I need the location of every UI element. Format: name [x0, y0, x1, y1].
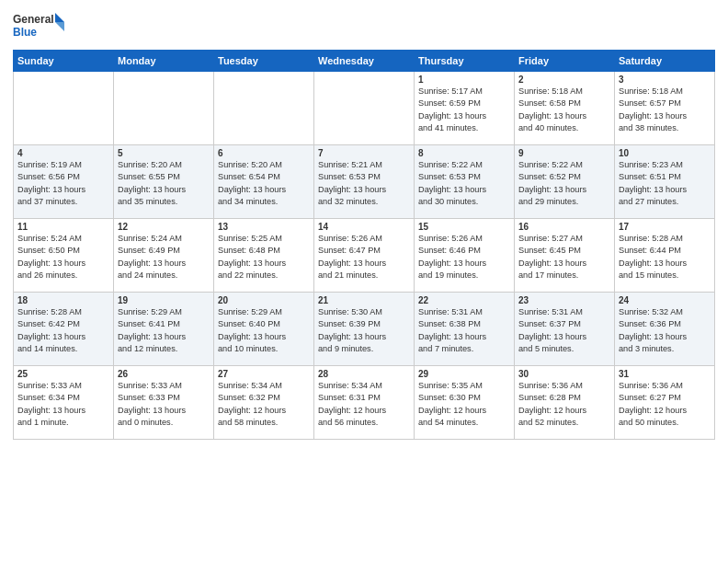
day-info: Sunrise: 5:21 AM Sunset: 6:53 PM Dayligh… [318, 159, 410, 208]
day-cell: 18Sunrise: 5:28 AM Sunset: 6:42 PM Dayli… [14, 293, 114, 366]
calendar-header-row: SundayMondayTuesdayWednesdayThursdayFrid… [14, 51, 715, 72]
day-cell: 16Sunrise: 5:27 AM Sunset: 6:45 PM Dayli… [515, 219, 615, 293]
day-number: 29 [418, 369, 510, 379]
page-container: General Blue SundayMondayTuesdayWednesda… [0, 0, 728, 563]
day-cell: 13Sunrise: 5:25 AM Sunset: 6:48 PM Dayli… [214, 219, 314, 293]
day-number: 25 [17, 369, 109, 379]
col-header-saturday: Saturday [615, 51, 715, 72]
day-cell: 27Sunrise: 5:34 AM Sunset: 6:32 PM Dayli… [214, 366, 314, 440]
day-number: 15 [418, 222, 510, 232]
day-cell: 9Sunrise: 5:22 AM Sunset: 6:52 PM Daylig… [515, 145, 615, 219]
day-cell: 7Sunrise: 5:21 AM Sunset: 6:53 PM Daylig… [314, 145, 415, 219]
day-number: 27 [218, 369, 310, 379]
logo: General Blue [13, 9, 68, 44]
week-row-2: 4Sunrise: 5:19 AM Sunset: 6:56 PM Daylig… [14, 145, 715, 219]
day-info: Sunrise: 5:26 AM Sunset: 6:46 PM Dayligh… [418, 233, 510, 282]
day-info: Sunrise: 5:33 AM Sunset: 6:34 PM Dayligh… [17, 380, 109, 429]
day-info: Sunrise: 5:24 AM Sunset: 6:50 PM Dayligh… [17, 233, 109, 282]
day-cell: 30Sunrise: 5:36 AM Sunset: 6:28 PM Dayli… [515, 366, 615, 440]
day-number: 5 [118, 148, 210, 158]
day-info: Sunrise: 5:22 AM Sunset: 6:52 PM Dayligh… [518, 159, 610, 208]
day-cell: 12Sunrise: 5:24 AM Sunset: 6:49 PM Dayli… [114, 219, 214, 293]
day-cell: 3Sunrise: 5:18 AM Sunset: 6:57 PM Daylig… [615, 72, 715, 145]
day-number: 4 [17, 148, 109, 158]
day-cell: 29Sunrise: 5:35 AM Sunset: 6:30 PM Dayli… [415, 366, 515, 440]
day-number: 23 [518, 295, 610, 305]
day-number: 8 [418, 148, 510, 158]
day-info: Sunrise: 5:23 AM Sunset: 6:51 PM Dayligh… [619, 159, 711, 208]
svg-marker-3 [55, 22, 64, 31]
day-info: Sunrise: 5:24 AM Sunset: 6:49 PM Dayligh… [118, 233, 210, 282]
day-number: 14 [318, 222, 410, 232]
day-info: Sunrise: 5:18 AM Sunset: 6:58 PM Dayligh… [518, 86, 610, 134]
day-info: Sunrise: 5:20 AM Sunset: 6:54 PM Dayligh… [218, 159, 310, 208]
day-cell: 22Sunrise: 5:31 AM Sunset: 6:38 PM Dayli… [415, 293, 515, 366]
day-cell: 26Sunrise: 5:33 AM Sunset: 6:33 PM Dayli… [114, 366, 214, 440]
day-info: Sunrise: 5:36 AM Sunset: 6:28 PM Dayligh… [518, 380, 610, 429]
svg-marker-2 [55, 13, 64, 22]
day-number: 13 [218, 222, 310, 232]
day-cell: 17Sunrise: 5:28 AM Sunset: 6:44 PM Dayli… [615, 219, 715, 293]
day-number: 20 [218, 295, 310, 305]
day-number: 22 [418, 295, 510, 305]
day-cell: 23Sunrise: 5:31 AM Sunset: 6:37 PM Dayli… [515, 293, 615, 366]
day-number: 17 [619, 222, 711, 232]
day-info: Sunrise: 5:34 AM Sunset: 6:31 PM Dayligh… [318, 380, 410, 429]
day-cell: 6Sunrise: 5:20 AM Sunset: 6:54 PM Daylig… [214, 145, 314, 219]
day-info: Sunrise: 5:36 AM Sunset: 6:27 PM Dayligh… [619, 380, 711, 429]
logo-graphic: General Blue [13, 9, 68, 44]
day-cell [114, 72, 214, 145]
svg-text:General: General [13, 13, 54, 26]
day-number: 30 [518, 369, 610, 379]
day-info: Sunrise: 5:29 AM Sunset: 6:41 PM Dayligh… [118, 306, 210, 355]
day-number: 11 [17, 222, 109, 232]
day-cell: 20Sunrise: 5:29 AM Sunset: 6:40 PM Dayli… [214, 293, 314, 366]
day-number: 1 [418, 75, 510, 85]
day-cell: 31Sunrise: 5:36 AM Sunset: 6:27 PM Dayli… [615, 366, 715, 440]
day-info: Sunrise: 5:20 AM Sunset: 6:55 PM Dayligh… [118, 159, 210, 208]
col-header-monday: Monday [114, 51, 214, 72]
day-number: 3 [619, 75, 711, 85]
day-info: Sunrise: 5:19 AM Sunset: 6:56 PM Dayligh… [17, 159, 109, 208]
page-header: General Blue [13, 9, 715, 44]
day-cell: 21Sunrise: 5:30 AM Sunset: 6:39 PM Dayli… [314, 293, 415, 366]
day-info: Sunrise: 5:27 AM Sunset: 6:45 PM Dayligh… [518, 233, 610, 282]
week-row-1: 1Sunrise: 5:17 AM Sunset: 6:59 PM Daylig… [14, 72, 715, 145]
day-cell: 15Sunrise: 5:26 AM Sunset: 6:46 PM Dayli… [415, 219, 515, 293]
col-header-tuesday: Tuesday [214, 51, 314, 72]
day-cell: 2Sunrise: 5:18 AM Sunset: 6:58 PM Daylig… [515, 72, 615, 145]
day-number: 7 [318, 148, 410, 158]
day-number: 12 [118, 222, 210, 232]
day-cell [214, 72, 314, 145]
day-cell [14, 72, 114, 145]
day-cell: 24Sunrise: 5:32 AM Sunset: 6:36 PM Dayli… [615, 293, 715, 366]
day-number: 26 [118, 369, 210, 379]
day-info: Sunrise: 5:34 AM Sunset: 6:32 PM Dayligh… [218, 380, 310, 429]
day-number: 2 [518, 75, 610, 85]
day-cell: 25Sunrise: 5:33 AM Sunset: 6:34 PM Dayli… [14, 366, 114, 440]
day-info: Sunrise: 5:28 AM Sunset: 6:42 PM Dayligh… [17, 306, 109, 355]
week-row-5: 25Sunrise: 5:33 AM Sunset: 6:34 PM Dayli… [14, 366, 715, 440]
day-number: 9 [518, 148, 610, 158]
day-info: Sunrise: 5:35 AM Sunset: 6:30 PM Dayligh… [418, 380, 510, 429]
day-number: 10 [619, 148, 711, 158]
day-cell: 1Sunrise: 5:17 AM Sunset: 6:59 PM Daylig… [415, 72, 515, 145]
col-header-thursday: Thursday [415, 51, 515, 72]
day-info: Sunrise: 5:31 AM Sunset: 6:38 PM Dayligh… [418, 306, 510, 355]
day-cell [314, 72, 415, 145]
day-number: 24 [619, 295, 711, 305]
day-number: 28 [318, 369, 410, 379]
day-info: Sunrise: 5:25 AM Sunset: 6:48 PM Dayligh… [218, 233, 310, 282]
day-number: 31 [619, 369, 711, 379]
day-info: Sunrise: 5:26 AM Sunset: 6:47 PM Dayligh… [318, 233, 410, 282]
day-number: 21 [318, 295, 410, 305]
day-number: 16 [518, 222, 610, 232]
col-header-friday: Friday [515, 51, 615, 72]
day-info: Sunrise: 5:17 AM Sunset: 6:59 PM Dayligh… [418, 86, 510, 134]
day-info: Sunrise: 5:31 AM Sunset: 6:37 PM Dayligh… [518, 306, 610, 355]
col-header-sunday: Sunday [14, 51, 114, 72]
day-info: Sunrise: 5:32 AM Sunset: 6:36 PM Dayligh… [619, 306, 711, 355]
day-info: Sunrise: 5:33 AM Sunset: 6:33 PM Dayligh… [118, 380, 210, 429]
day-info: Sunrise: 5:18 AM Sunset: 6:57 PM Dayligh… [619, 86, 711, 134]
day-cell: 4Sunrise: 5:19 AM Sunset: 6:56 PM Daylig… [14, 145, 114, 219]
